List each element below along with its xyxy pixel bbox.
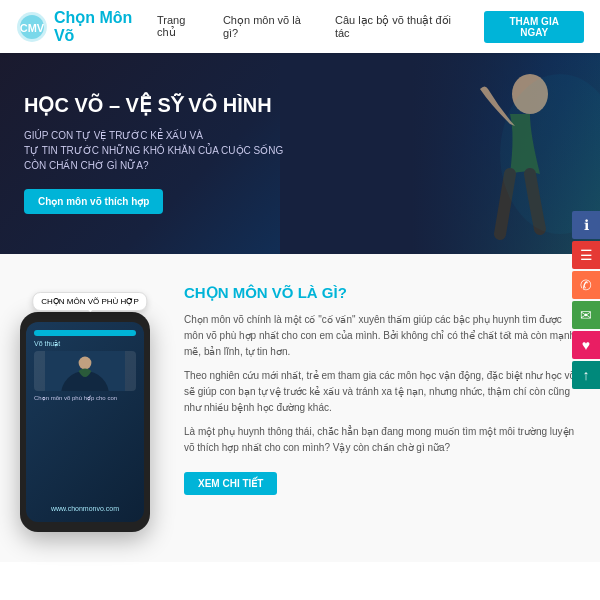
feature-item-hieu-vo: Hiểu về võ Chonmonvo.com sẽ giúp bạn hiể… (20, 592, 193, 600)
brand-name: Chọn Môn Võ (54, 8, 157, 45)
svg-point-7 (79, 357, 92, 370)
info-content: CHỌN MÔN VÕ LÀ GÌ? Chọn môn võ chính là … (184, 284, 580, 495)
side-icon-heart[interactable]: ♥ (572, 331, 600, 359)
phone-speech-bubble: CHỌN MÔN VÕ PHÙ HỢP (32, 292, 147, 311)
svg-text:CMV: CMV (20, 21, 45, 33)
phone-mockup: CHỌN MÔN VÕ PHÙ HỢP Võ thuật (20, 284, 160, 532)
brand: CMV Chọn Môn Võ (16, 8, 157, 45)
features-grid: Hiểu về võ Chonmonvo.com sẽ giúp bạn hiể… (20, 592, 580, 600)
feature-item-hoc-az: Học từ A-Z Hệ thống chia sẻ từ a-z các k… (407, 592, 580, 600)
side-icon-email[interactable]: ✉ (572, 301, 600, 329)
hero-title: HỌC VÕ – VỆ SỸ VÔ HÌNH (24, 93, 283, 118)
hero-image (280, 53, 600, 254)
side-icon-phone[interactable]: ✆ (572, 271, 600, 299)
cta-button[interactable]: THAM GIA NGAY (484, 11, 584, 43)
hero-subtitle: GIÚP CON TỰ VỆ TRƯỚC KẺ XẤU VÀTỰ TIN TRƯ… (24, 128, 283, 173)
phone-url: www.chonmonvo.com (26, 505, 144, 512)
side-social-bar: ℹ ☰ ✆ ✉ ♥ ↑ (572, 211, 600, 389)
info-section-title: CHỌN MÔN VÕ LÀ GÌ? (184, 284, 580, 302)
side-icon-top[interactable]: ↑ (572, 361, 600, 389)
side-icon-menu[interactable]: ☰ (572, 241, 600, 269)
features-section: Hiểu về võ Chonmonvo.com sẽ giúp bạn hiể… (0, 562, 600, 600)
hero-section: HỌC VÕ – VỆ SỸ VÔ HÌNH GIÚP CON TỰ VỆ TR… (0, 53, 600, 254)
brand-logo-icon: CMV (16, 11, 48, 43)
phone-screen: Võ thuật Chọn môn võ phù hợp cho con (26, 322, 144, 522)
info-section: CHỌN MÔN VÕ PHÙ HỢP Võ thuật (0, 254, 600, 562)
hero-content: HỌC VÕ – VỆ SỸ VÔ HÌNH GIÚP CON TỰ VỆ TR… (24, 93, 283, 214)
info-para-2: Theo nghiên cứu mới nhất, trẻ em tham gi… (184, 368, 580, 416)
info-para-3: Là một phụ huynh thông thái, chắc hẳn bạ… (184, 424, 580, 456)
phone-outer: Võ thuật Chọn môn võ phù hợp cho con (20, 312, 150, 532)
side-icon-info[interactable]: ℹ (572, 211, 600, 239)
info-cta-button[interactable]: XEM CHI TIẾT (184, 472, 277, 495)
nav-link-home[interactable]: Trang chủ (157, 14, 207, 39)
nav-link-clubs[interactable]: Câu lạc bộ võ thuật đối tác (335, 14, 468, 39)
navbar: CMV Chọn Môn Võ Trang chủ Chọn môn võ là… (0, 0, 600, 53)
nav-link-what[interactable]: Chọn môn võ là gì? (223, 14, 319, 39)
feature-item-chon-mon: Chọn môn võ phù hợp Chuyên trang sẽ giúp… (213, 592, 386, 600)
hero-cta-button[interactable]: Chọn môn võ thích hợp (24, 189, 163, 214)
info-para-1: Chọn môn võ chính là một cố "cố vấn" xuy… (184, 312, 580, 360)
nav-links: Trang chủ Chọn môn võ là gì? Câu lạc bộ … (157, 11, 584, 43)
